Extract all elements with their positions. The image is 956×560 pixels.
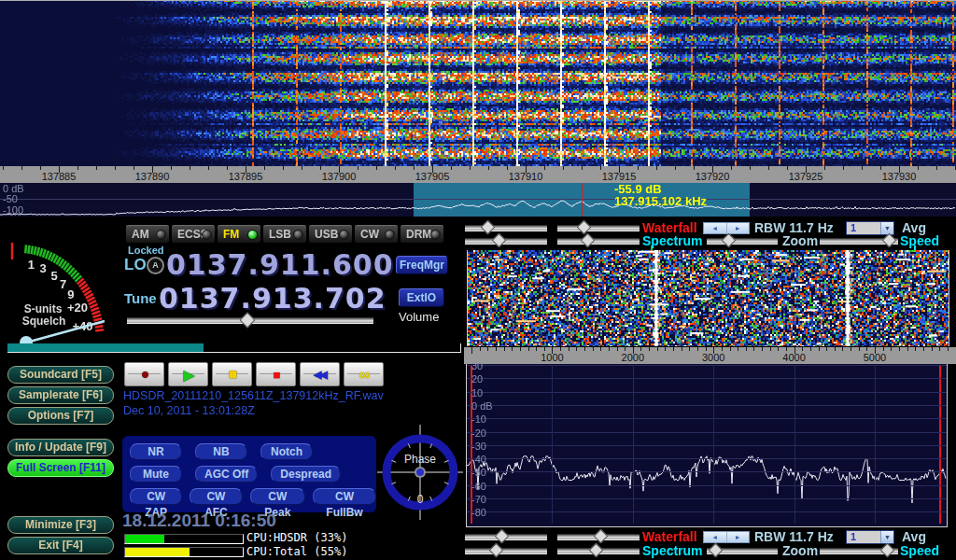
rf-spectrum-display[interactable]: 0 dB-50-100 -55.9 dB 137.915.102 kHz (0, 183, 956, 217)
spectrum-contrast-slider-top-thumb[interactable] (581, 233, 596, 248)
phase-pointer[interactable] (416, 469, 424, 476)
left-button-samplerate-f6[interactable]: Samplerate [F6] (7, 386, 114, 404)
speed-slider-top-thumb[interactable] (882, 233, 897, 248)
audio-spectrum-display[interactable]: 3020100 dB-10-20-30-40-50-60-70-80 (466, 364, 948, 527)
mode-led-icon (247, 230, 258, 240)
freqmgr-button[interactable]: FreqMgr (396, 256, 448, 274)
spectrum-brightness-slider-top-thumb[interactable] (492, 233, 507, 248)
dsp-button-nb[interactable]: NB (195, 443, 247, 460)
smeter-tick (91, 308, 98, 311)
rf-scale-tick (731, 166, 732, 170)
audio-scale-tick (802, 347, 803, 351)
dsp-button-agc-off[interactable]: AGC Off (195, 466, 258, 483)
zoom-slider-top-thumb[interactable] (722, 233, 737, 248)
mode-button-cw[interactable]: CW (354, 224, 399, 244)
left-button-info-update-f9[interactable]: Info / Update [F9] (7, 439, 114, 456)
lo-frequency-value[interactable]: 0137.911.600 (166, 248, 394, 281)
waterfall-brightness-slider-bottom-thumb[interactable] (495, 529, 510, 544)
audio-frequency-scale[interactable]: 10002000300040005000 (464, 347, 956, 364)
audio-spectrum-vgridline (875, 365, 876, 524)
mode-button-drm[interactable]: DRM (400, 224, 444, 244)
waterfall-brightness-slider-top-thumb[interactable] (481, 220, 496, 235)
avg-dropdown-top[interactable]: 1▼ (846, 221, 894, 235)
record-button[interactable]: ● (124, 362, 164, 386)
volume-slider-thumb[interactable] (240, 313, 256, 329)
dsp-button-cw-peak[interactable]: CW Peak (250, 488, 305, 505)
audio-db-label: -40 (471, 454, 486, 465)
avg-dropdown-arrow-icon[interactable]: ▼ (880, 531, 893, 543)
waterfall-brightness-slider-top[interactable] (465, 225, 547, 231)
audio-spectrum-vgridline (794, 365, 795, 524)
lo-lock-button[interactable]: A (147, 257, 164, 274)
waterfall-scrollbar-bottom[interactable]: ◄► (703, 531, 750, 543)
dsp-button-nr[interactable]: NR (130, 443, 182, 460)
mode-button-ecss[interactable]: ECSS (171, 224, 216, 244)
s-meter[interactable]: 13579+20+40S-unitsSquelch (2, 218, 118, 355)
spectrum-tab-top[interactable]: Spectrum (642, 233, 703, 248)
speed-slider-bottom-thumb[interactable] (880, 543, 895, 558)
scroll-left-arrow-icon[interactable]: ◄ (704, 532, 727, 542)
audio-waterfall-display[interactable] (467, 250, 949, 346)
waterfall-scrollbar-top[interactable]: ◄► (703, 222, 750, 234)
spectrum-brightness-slider-bottom-thumb[interactable] (489, 543, 504, 558)
left-button-full-screen-f11[interactable]: Full Screen [F11] (7, 459, 114, 477)
waterfall-tab-bottom[interactable]: Waterfall (642, 529, 697, 544)
audio-scale-tick (544, 347, 545, 351)
loop-icon: ∞ (358, 367, 368, 383)
spectrum-tab-bottom[interactable]: Spectrum (642, 543, 703, 558)
rf-scale-label: 137885 (33, 171, 85, 182)
rewind-button[interactable]: ◀◀ (300, 362, 340, 386)
spectrum-brightness-slider-top[interactable] (465, 238, 547, 245)
left-button-minimize-f3[interactable]: Minimize [F3] (7, 516, 114, 534)
audio-scale-tick (753, 347, 754, 351)
left-button-exit-f4[interactable]: Exit [F4] (7, 537, 114, 554)
rf-waterfall-display[interactable] (0, 0, 956, 166)
rf-frequency-scale[interactable]: 1378851378901378951379001379051379101379… (0, 166, 956, 183)
dsp-button-cw-afc[interactable]: CW AFC (190, 488, 242, 505)
mode-button-lsb[interactable]: LSB (262, 224, 307, 244)
dsp-button-cw-zap[interactable]: CW ZAP (130, 488, 182, 505)
audio-db-label: 20 (471, 373, 483, 385)
waterfall-contrast-slider-bottom-thumb[interactable] (594, 529, 609, 544)
audio-db-label: -30 (471, 441, 486, 452)
audio-scale-tick (722, 347, 723, 351)
cpu-hdsdr-label: CPU:HDSDR (33%) (246, 531, 347, 544)
scroll-right-arrow-icon[interactable]: ► (727, 223, 750, 233)
spectrum-contrast-slider-bottom-thumb[interactable] (589, 543, 604, 558)
avg-dropdown-value: 1 (851, 222, 856, 233)
scroll-right-arrow-icon[interactable]: ► (727, 532, 750, 542)
audio-scale-tick (883, 347, 884, 351)
audio-scale-tick (730, 347, 731, 351)
left-button-soundcard-f5[interactable]: Soundcard [F5] (7, 366, 114, 384)
dsp-button-mute[interactable]: Mute (130, 466, 182, 483)
waterfall-contrast-slider-top-thumb[interactable] (577, 220, 592, 235)
mode-button-am[interactable]: AM (125, 224, 170, 244)
dsp-button-despread[interactable]: Despread (271, 466, 341, 483)
mode-label: DRM (406, 228, 431, 241)
rewind-icon: ◀◀ (314, 370, 326, 380)
spectrum-contrast-slider-top[interactable] (557, 238, 640, 245)
stop-button[interactable]: ■ (256, 362, 296, 386)
dsp-button-cw-fullbw[interactable]: CW FullBw (313, 488, 376, 505)
play-button[interactable]: ▶ (168, 362, 208, 386)
mode-button-fm[interactable]: FM (217, 224, 261, 244)
dsp-button-notch[interactable]: Notch (260, 443, 313, 460)
pause-button[interactable]: ▮▮ (212, 362, 252, 386)
spectrum-brightness-slider-bottom[interactable] (465, 548, 547, 554)
tune-frequency-value[interactable]: 0137.913.702 (159, 282, 387, 315)
zoom-slider-bottom-thumb[interactable] (709, 543, 724, 558)
audio-spectrum-vgridline (713, 365, 714, 524)
playback-progress-track[interactable] (7, 343, 461, 353)
smeter-tick (28, 245, 29, 254)
audio-scale-tick (738, 347, 738, 351)
left-button-options-f7[interactable]: Options [F7] (7, 407, 114, 425)
audio-scale-tick (560, 347, 561, 351)
extio-button[interactable]: ExtIO (399, 288, 444, 307)
loop-button[interactable]: ∞ (344, 362, 384, 386)
scroll-left-arrow-icon[interactable]: ◄ (704, 223, 727, 233)
mode-button-usb[interactable]: USB (308, 224, 353, 244)
zoom-slider-top[interactable] (707, 238, 778, 245)
waterfall-contrast-slider-top[interactable] (557, 225, 640, 231)
avg-dropdown-arrow-icon[interactable]: ▼ (880, 222, 893, 234)
phase-dial[interactable]: Phase 0 (377, 425, 463, 520)
